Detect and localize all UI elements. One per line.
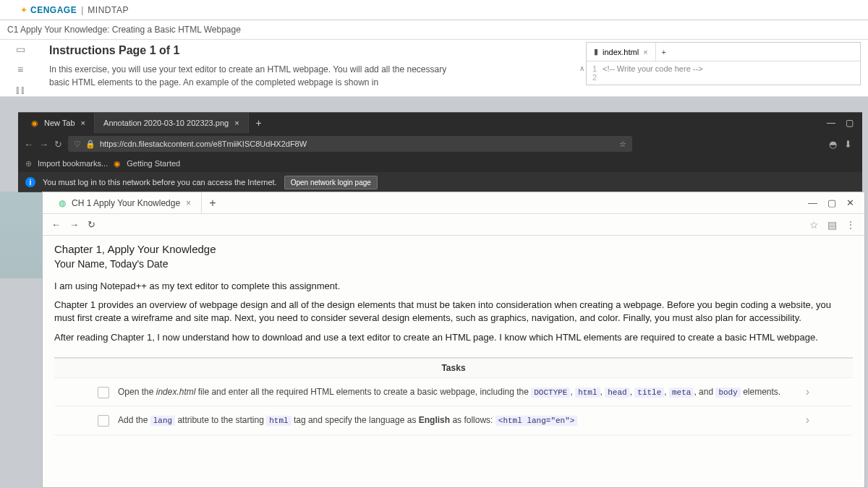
task-text: Add the lang attribute to the starting h…: [118, 414, 797, 427]
close-icon[interactable]: ×: [234, 119, 239, 127]
inner-url-bar: ← → ↻ ☆ ▤ ⋮: [43, 214, 864, 236]
reload-button[interactable]: ↻: [54, 139, 62, 150]
cengage-brand: CENGAGE: [30, 5, 77, 15]
tab-annotation[interactable]: Annotation 2020-03-10 202323.png ×: [95, 113, 249, 133]
tab-label: New Tab: [44, 119, 75, 127]
page-heading-1: Chapter 1, Apply Your Knowledge: [54, 243, 853, 255]
inner-window-controls: — ▢ ✕: [808, 197, 864, 208]
globe-icon: ◍: [59, 198, 66, 208]
left-icon-column: ▭ ≡ ⫿⫿: [0, 40, 41, 96]
file-icon: ▮: [594, 47, 598, 56]
bookmark-star-icon[interactable]: ☆: [809, 219, 819, 231]
back-button[interactable]: ←: [24, 139, 33, 150]
bookmarks-toolbar: ⊕ Import bookmarks... ◉ Getting Started: [18, 155, 862, 172]
forward-button[interactable]: →: [69, 219, 79, 230]
chevron-right-icon: ›: [806, 385, 809, 398]
rendered-page: Chapter 1, Apply Your Knowledge Your Nam…: [43, 236, 864, 442]
paragraph-3: After reading Chapter 1, I now understan…: [54, 331, 853, 344]
close-icon[interactable]: ×: [81, 119, 85, 127]
import-bookmarks-icon: ⊕: [25, 159, 32, 168]
open-login-button[interactable]: Open network login page: [284, 176, 378, 189]
firefox-icon: ◉: [114, 159, 121, 168]
tasks-heading: Tasks: [54, 357, 853, 378]
paragraph-1: I am using Notepad++ as my text editor t…: [54, 280, 853, 293]
tab-label: Annotation 2020-03-10 202323.png: [103, 119, 229, 127]
list-icon[interactable]: ≡: [14, 63, 27, 76]
chart-icon[interactable]: ⫿⫿: [14, 83, 27, 96]
close-window-icon[interactable]: ✕: [846, 197, 854, 208]
firefox-icon: ◉: [31, 119, 38, 128]
paragraph-2: Chapter 1 provides an overview of webpag…: [54, 299, 853, 325]
notice-text: You must log in to this network before y…: [43, 178, 277, 187]
chevron-right-icon: ›: [806, 414, 809, 427]
outer-url-bar: ← → ↻ ♡ 🔒 https://cdn.filestackcontent.c…: [18, 133, 862, 155]
inner-add-tab[interactable]: +: [202, 197, 223, 210]
download-icon[interactable]: ⬇: [844, 139, 852, 150]
reader-icon[interactable]: ▤: [827, 219, 837, 231]
outer-browser-window: ◉ New Tab × Annotation 2020-03-10 202323…: [18, 112, 862, 192]
side-decoration: [0, 192, 42, 278]
shield-icon: ♡: [74, 140, 81, 149]
editor-tab-bar: ▮ index.html × +: [587, 43, 860, 61]
close-icon[interactable]: ×: [643, 48, 647, 56]
menu-icon[interactable]: ⋮: [846, 219, 856, 231]
brand-divider: |: [81, 5, 83, 15]
task-checkbox[interactable]: [98, 415, 109, 427]
back-button[interactable]: ←: [51, 219, 61, 230]
assignment-title: C1 Apply Your Knowledge: Creating a Basi…: [0, 20, 868, 40]
task-checkbox[interactable]: [98, 387, 109, 398]
editor-tab-label: index.html: [603, 48, 639, 56]
line-number: 2: [587, 73, 597, 82]
maximize-icon[interactable]: ▢: [846, 118, 854, 128]
inner-tab[interactable]: ◍ CH 1 Apply Your Knowledge ×: [48, 192, 202, 213]
cengage-header: ✦ CENGAGE | MINDTAP: [0, 0, 868, 20]
collapse-caret-icon[interactable]: ∧: [579, 64, 584, 72]
line-number: 1: [587, 64, 597, 73]
book-icon[interactable]: ▭: [14, 43, 27, 56]
mindtap-brand: MINDTAP: [88, 5, 129, 15]
import-bookmarks[interactable]: Import bookmarks...: [38, 159, 108, 168]
task-text: Open the index.html file and enter all t…: [118, 385, 797, 399]
tab-new[interactable]: ◉ New Tab ×: [22, 113, 95, 133]
inner-tab-bar: ◍ CH 1 Apply Your Knowledge × + — ▢ ✕: [43, 192, 864, 214]
pocket-icon[interactable]: ◓: [829, 139, 837, 150]
editor-tab-index[interactable]: ▮ index.html ×: [587, 43, 656, 61]
getting-started-link[interactable]: Getting Started: [127, 159, 180, 168]
task-item-1[interactable]: Open the index.html file and enter all t…: [54, 378, 853, 407]
minimize-icon[interactable]: —: [827, 118, 835, 128]
lock-icon: 🔒: [85, 140, 95, 149]
add-tab-button[interactable]: +: [249, 117, 269, 129]
url-input[interactable]: ♡ 🔒 https://cdn.filestackcontent.com/e8T…: [68, 136, 632, 152]
tasks-section: Tasks Open the index.html file and enter…: [54, 357, 853, 435]
editor-body[interactable]: 1 2 <!-- Write your code here -->: [587, 61, 860, 85]
window-controls: — ▢: [827, 118, 862, 128]
cengage-star-icon: ✦: [20, 5, 27, 15]
bookmark-star-icon[interactable]: ☆: [619, 140, 626, 149]
network-notice: i You must log in to this network before…: [18, 172, 862, 192]
editor-add-tab[interactable]: +: [656, 48, 672, 56]
page-heading-2: Your Name, Today's Date: [54, 258, 853, 270]
close-icon[interactable]: ×: [186, 198, 191, 208]
forward-button[interactable]: →: [39, 139, 48, 150]
minimize-icon[interactable]: —: [808, 197, 817, 208]
inner-browser-window: ◍ CH 1 Apply Your Knowledge × + — ▢ ✕ ← …: [42, 192, 865, 488]
url-text: https://cdn.filestackcontent.com/e8TmiiK…: [100, 140, 307, 148]
inner-tab-label: CH 1 Apply Your Knowledge: [72, 198, 180, 208]
task-item-2[interactable]: Add the lang attribute to the starting h…: [54, 406, 853, 435]
info-icon: i: [25, 177, 35, 187]
reload-button[interactable]: ↻: [88, 219, 95, 230]
outer-tab-bar: ◉ New Tab × Annotation 2020-03-10 202323…: [18, 113, 862, 133]
code-editor: ∧ ▮ index.html × + 1 2 <!-- Write your c…: [586, 42, 861, 85]
maximize-icon[interactable]: ▢: [827, 197, 836, 208]
code-line: <!-- Write your code here -->: [600, 64, 703, 82]
instructions-text: In this exercise, you will use your text…: [49, 63, 454, 89]
